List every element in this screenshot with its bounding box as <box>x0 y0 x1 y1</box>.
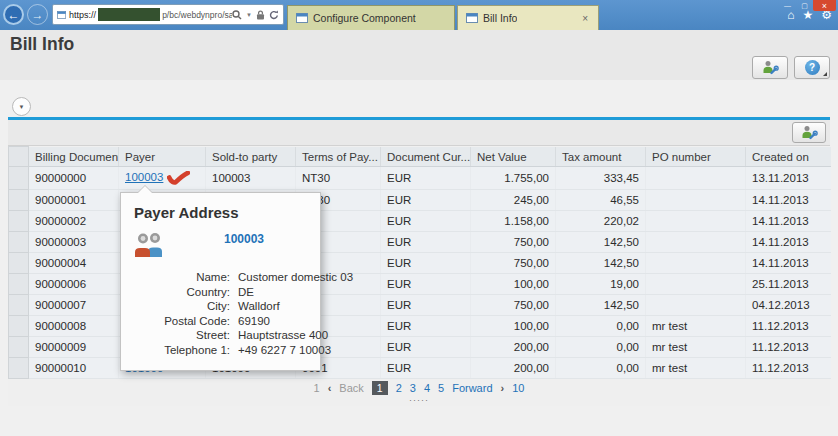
cell-currency: EUR <box>381 231 471 252</box>
cell-billing-document: 90000004 <box>29 252 119 273</box>
window-maximize-button[interactable]: ▢ <box>796 0 813 11</box>
row-selector[interactable] <box>9 315 29 336</box>
cell-billing-document: 90000008 <box>29 315 119 336</box>
cell-billing-document: 90000002 <box>29 210 119 231</box>
address-bar[interactable]: https:// p/bc/webdynpro/sap/zte: ▼ <box>52 4 284 25</box>
cell-currency: EUR <box>381 336 471 357</box>
current-page: 1 <box>372 381 388 395</box>
cell-po-number: mr test <box>646 336 746 357</box>
page-link-4[interactable]: 4 <box>424 382 430 394</box>
row-selector[interactable] <box>9 357 29 378</box>
help-button[interactable]: ? <box>794 56 830 79</box>
browser-forward-button[interactable]: → <box>27 4 48 25</box>
help-icon: ? <box>805 60 820 75</box>
row-selector[interactable] <box>9 252 29 273</box>
last-page-link[interactable]: 10 <box>512 382 524 394</box>
page-icon <box>466 13 478 23</box>
cell-po-number <box>646 189 746 210</box>
tab-close-icon[interactable]: × <box>580 13 590 24</box>
row-selector[interactable] <box>9 336 29 357</box>
popup-title: Payer Address <box>134 204 307 221</box>
select-all-header[interactable] <box>9 147 29 167</box>
col-tax-amount[interactable]: Tax amount <box>556 147 646 167</box>
back-link[interactable]: Back <box>339 382 363 394</box>
cell-tax-amount: 333,45 <box>556 166 646 189</box>
refresh-icon[interactable] <box>269 10 279 20</box>
cell-net-value: 200,00 <box>471 336 556 357</box>
search-icon[interactable] <box>232 10 242 20</box>
cell-currency: EUR <box>381 166 471 189</box>
tab-configure-component[interactable]: Configure Component <box>287 5 455 30</box>
cell-currency: EUR <box>381 210 471 231</box>
cell-net-value: 100,00 <box>471 273 556 294</box>
cell-currency: EUR <box>381 294 471 315</box>
col-terms-of-payment[interactable]: Terms of Pay... <box>296 147 381 167</box>
cell-billing-document: 90000010 <box>29 357 119 378</box>
cell-created-on: 11.12.2013 <box>746 336 831 357</box>
cell-billing-document: 90000001 <box>29 189 119 210</box>
row-selector[interactable] <box>9 189 29 210</box>
cell-net-value: 750,00 <box>471 231 556 252</box>
col-payer[interactable]: Payer <box>119 147 206 167</box>
cell-po-number: mr test <box>646 357 746 378</box>
cell-created-on: 04.12.2013 <box>746 294 831 315</box>
address-dropdown-icon[interactable]: ▼ <box>246 12 252 18</box>
row-selector[interactable] <box>9 210 29 231</box>
cell-currency: EUR <box>381 273 471 294</box>
page-link-3[interactable]: 3 <box>410 382 416 394</box>
tab-bill-info[interactable]: Bill Info × <box>457 5 599 30</box>
pagination: 1 ‹ Back 1 2 3 4 5 Forward › 10 <box>8 379 830 397</box>
browser-back-button[interactable]: ← <box>3 4 24 25</box>
forward-chevron-icon[interactable]: › <box>501 382 505 394</box>
cell-billing-document: 90000003 <box>29 231 119 252</box>
window-minimize-button[interactable]: — <box>779 0 796 11</box>
cell-tax-amount: 19,00 <box>556 273 646 294</box>
collapse-tray-button[interactable]: ▼ <box>12 97 31 116</box>
col-document-currency[interactable]: Document Cur... <box>381 147 471 167</box>
payer-link[interactable]: 100003 <box>125 171 163 183</box>
page-link-2[interactable]: 2 <box>396 382 402 394</box>
col-created-on[interactable]: Created on <box>746 147 831 167</box>
col-sold-to-party[interactable]: Sold-to party <box>206 147 296 167</box>
cell-tax-amount: 142,50 <box>556 252 646 273</box>
cell-created-on: 14.11.2013 <box>746 189 831 210</box>
row-selector[interactable] <box>9 166 29 189</box>
personalize-button[interactable] <box>752 56 788 79</box>
cell-tax-amount: 142,50 <box>556 231 646 252</box>
cell-created-on: 14.11.2013 <box>746 210 831 231</box>
url-scheme: https:// <box>69 10 96 20</box>
col-po-number[interactable]: PO number <box>646 147 746 167</box>
cell-tax-amount: 46,55 <box>556 189 646 210</box>
window-close-button[interactable]: × <box>813 0 836 11</box>
forward-link[interactable]: Forward <box>452 382 492 394</box>
cell-net-value: 100,00 <box>471 315 556 336</box>
page-link-5[interactable]: 5 <box>438 382 444 394</box>
field-value: DE <box>238 285 254 300</box>
table-header-row: Billing Document Payer Sold-to party Ter… <box>9 147 831 167</box>
field-value: +49 6227 7 10003 <box>238 343 331 358</box>
table-personalize-button[interactable] <box>792 122 826 143</box>
field-value: Walldorf <box>238 299 280 314</box>
cell-created-on: 25.11.2013 <box>746 273 831 294</box>
cell-tax-amount: 0,00 <box>556 315 646 336</box>
page-title: Bill Info <box>10 34 74 55</box>
row-selector[interactable] <box>9 294 29 315</box>
row-selector[interactable] <box>9 273 29 294</box>
cell-billing-document: 90000007 <box>29 294 119 315</box>
tab-label: Bill Info <box>483 12 517 24</box>
lock-icon <box>256 10 265 20</box>
field-label: Name: <box>134 270 230 285</box>
popup-customer-link[interactable]: 100003 <box>224 232 264 246</box>
cell-currency: EUR <box>381 357 471 378</box>
cell-tax-amount: 142,50 <box>556 294 646 315</box>
col-billing-document[interactable]: Billing Document <box>29 147 119 167</box>
cell-created-on: 13.11.2013 <box>746 166 831 189</box>
col-net-value[interactable]: Net Value <box>471 147 556 167</box>
back-chevron-icon[interactable]: ‹ <box>328 382 332 394</box>
field-label: City: <box>134 299 230 314</box>
cell-net-value: 750,00 <box>471 294 556 315</box>
table-resize-handle[interactable]: ····· <box>8 397 830 406</box>
row-selector[interactable] <box>9 231 29 252</box>
cell-po-number <box>646 252 746 273</box>
table-row[interactable]: 90000000100003100003NT30EUR1.755,00333,4… <box>9 166 831 189</box>
